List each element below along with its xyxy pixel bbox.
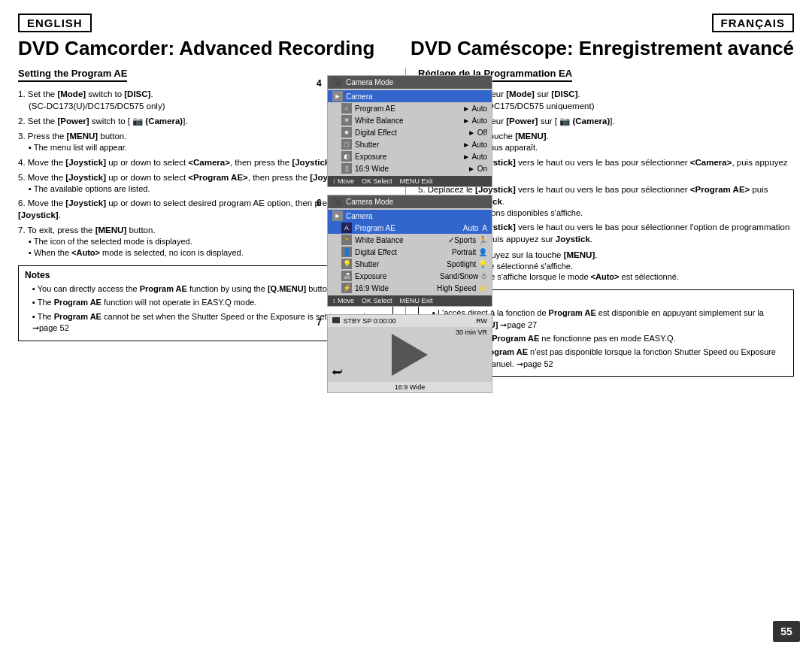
- osd-row-programae-6: A Program AE Auto A: [328, 222, 492, 234]
- lang-fr-badge: FRANÇAIS: [712, 14, 795, 32]
- page-number: 55: [773, 621, 800, 642]
- diagram-6-num: 6: [317, 198, 322, 208]
- osd-label-shutter-6: Shutter: [355, 260, 447, 268]
- camera-icon-6: 🎥: [332, 197, 343, 207]
- camera-icon: 🎥: [332, 77, 343, 87]
- osd-row-camera-6: ► Camera: [328, 210, 492, 222]
- page-container: ENGLISH FRANÇAIS DVD Camcorder: Advanced…: [0, 0, 812, 651]
- osd-val-exposure-6: Sand/Snow ☃: [440, 272, 487, 280]
- exp-icon-6: 🏖: [341, 271, 352, 281]
- osd-label-wb: White Balance: [355, 117, 462, 125]
- osd-row-camera-selected: ► Camera: [328, 90, 492, 102]
- osd-row-shutter: □ Shutter ► Auto: [328, 138, 492, 150]
- diagram-6-body: ► Camera A Program AE Auto A 🏃 White Bal…: [328, 208, 492, 295]
- ae-icon: ○: [341, 103, 352, 114]
- osd-val-shutter-6: Spotlight 💡: [447, 260, 487, 268]
- diagram-4-wrapper: 4 🎥 Camera Mode ► Camera ○ Program AE ► …: [327, 75, 492, 187]
- osd-val-exposure: ► Auto: [462, 153, 487, 161]
- status-left-7: STBY SP 0:00:00: [332, 317, 396, 325]
- osd-val-wide-6: High Speed ⚡: [437, 284, 487, 292]
- shutter-icon: □: [341, 139, 352, 150]
- osd-label-shutter: Shutter: [355, 141, 462, 149]
- osd-label-de: Digital Effect: [355, 129, 468, 137]
- osd-val-wb-6: ✓Sports 🏃: [448, 236, 487, 244]
- osd-row-wb-6: 🏃 White Balance ✓Sports 🏃: [328, 234, 492, 246]
- diagram-4-osd: 🎥 Camera Mode ► Camera ○ Program AE ► Au…: [327, 75, 492, 187]
- osd-row-de-6: 👤 Digital Effect Portrait 👤: [328, 246, 492, 258]
- osd-label-camera: Camera: [346, 92, 487, 101]
- osd-val-de-6: Portrait 👤: [452, 248, 487, 256]
- osd-label-programae: Program AE: [355, 104, 462, 113]
- diagram-7-num: 7: [317, 317, 322, 328]
- osd-row-programae: ○ Program AE ► Auto: [328, 102, 492, 114]
- shutter-icon-6: 💡: [341, 259, 352, 269]
- wide-icon-6: ⚡: [341, 283, 352, 293]
- osd-row-de: ★ Digital Effect ► Off: [328, 126, 492, 138]
- de-icon-6: 👤: [341, 247, 352, 257]
- osd-label-de-6: Digital Effect: [355, 248, 452, 256]
- title-fr: DVD Caméscope: Enregistrement avancé: [406, 37, 794, 60]
- ae-icon-6: A: [341, 223, 352, 233]
- wb-icon-6: 🏃: [341, 235, 352, 245]
- status-bar-7: STBY SP 0:00:00 RW: [328, 315, 492, 327]
- osd-row-exposure-6: 🏖 Exposure Sand/Snow ☃: [328, 270, 492, 282]
- osd-label-programae-6: Program AE: [355, 224, 463, 232]
- menu-label-6: MENU Exit: [400, 297, 433, 304]
- diagram-4-top-label: Camera Mode: [346, 78, 393, 86]
- joystick-icon-7: ⮨: [332, 367, 343, 379]
- wb-icon: ☀: [341, 115, 352, 126]
- title-en: DVD Camcorder: Advanced Recording: [18, 37, 406, 60]
- exp-icon: ◐: [341, 151, 352, 162]
- osd-val-programae: ► Auto: [462, 104, 487, 113]
- camera-small-icon: ►: [332, 91, 343, 101]
- play-triangle-7: [392, 334, 428, 376]
- osd-row-wide: ▯ 16:9 Wide ► On: [328, 162, 492, 174]
- select-label-6: OK Select: [362, 297, 392, 304]
- time-remain-7: 30 min VR: [456, 329, 487, 336]
- move-label-4: ↕ Move: [332, 177, 354, 185]
- preview-area-7: 30 min VR ⮨: [328, 327, 492, 382]
- osd-val-wide: ► On: [468, 165, 487, 173]
- osd-label-wb-6: White Balance: [355, 236, 448, 244]
- osd-label-exposure: Exposure: [355, 153, 462, 161]
- diagram-4-bottom: ↕ Move OK Select MENU Exit: [328, 176, 492, 186]
- osd-label-exposure-6: Exposure: [355, 272, 440, 280]
- diagram-6-bottom: ↕ Move OK Select MENU Exit: [328, 295, 492, 306]
- select-label-4: OK Select: [362, 177, 392, 185]
- osd-label-camera-6: Camera: [346, 212, 487, 220]
- osd-row-exposure: ◐ Exposure ► Auto: [328, 150, 492, 162]
- osd-val-shutter: ► Auto: [462, 141, 487, 149]
- osd-row-wb: ☀ White Balance ► Auto: [328, 114, 492, 126]
- move-label-6: ↕ Move: [332, 297, 354, 304]
- wide-icon: ▯: [341, 163, 352, 174]
- diagram-4-body: ► Camera ○ Program AE ► Auto ☀ White Bal…: [328, 89, 492, 176]
- diagram-6-wrapper: 6 🎥 Camera Mode ► Camera A Program AE Au…: [327, 195, 492, 307]
- diagram-4-top: 🎥 Camera Mode: [328, 76, 492, 89]
- osd-val-programae-6: Auto A: [463, 224, 487, 232]
- osd-row-shutter-6: 💡 Shutter Spotlight 💡: [328, 258, 492, 270]
- header-row: ENGLISH FRANÇAIS: [18, 14, 794, 32]
- osd-label-wide: 16:9 Wide: [355, 165, 468, 173]
- bottom-label-7: 16:9 Wide: [328, 382, 492, 392]
- section-title-en: Setting the Program AE: [18, 68, 127, 82]
- osd-val-wb: ► Auto: [462, 117, 487, 125]
- diagram-4-num: 4: [317, 78, 322, 89]
- osd-val-de: ► Off: [468, 129, 487, 137]
- menu-label-4: MENU Exit: [400, 177, 433, 185]
- cam-icon-6: ►: [332, 210, 343, 221]
- diagrams-panel: 4 🎥 Camera Mode ► Camera ○ Program AE ► …: [320, 75, 492, 393]
- diagram-6-top-label: Camera Mode: [346, 198, 393, 206]
- status-right-7: RW: [476, 317, 487, 325]
- diagram-7-box: STBY SP 0:00:00 RW 30 min VR ⮨ 16:9 Wide: [327, 314, 492, 393]
- title-row: DVD Camcorder: Advanced Recording DVD Ca…: [18, 37, 794, 60]
- diagram-6-top: 🎥 Camera Mode: [328, 195, 492, 208]
- osd-row-wide-6: ⚡ 16:9 Wide High Speed ⚡: [328, 282, 492, 294]
- lang-en-badge: ENGLISH: [18, 14, 92, 32]
- osd-label-wide-6: 16:9 Wide: [355, 284, 437, 292]
- de-icon: ★: [341, 127, 352, 138]
- diagram-7-wrapper: 7 STBY SP 0:00:00 RW 30 min VR: [327, 314, 492, 393]
- diagram-6-osd: 🎥 Camera Mode ► Camera A Program AE Auto…: [327, 195, 492, 307]
